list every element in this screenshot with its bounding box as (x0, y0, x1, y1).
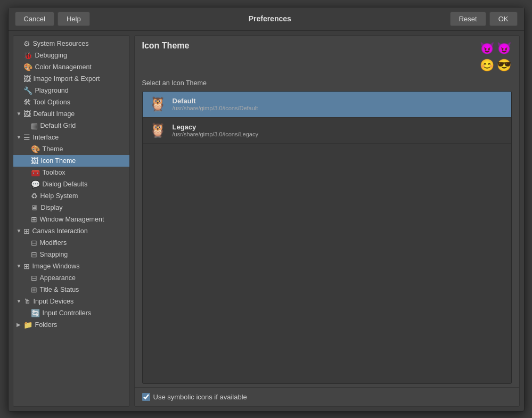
sidebar-icon-color-management: 🎨 (23, 63, 32, 71)
sidebar-item-image-import-export[interactable]: 🖼Image Import & Export (13, 73, 129, 85)
sidebar-label-default-grid: Default Grid (40, 122, 76, 129)
reset-button[interactable]: Reset (450, 12, 486, 26)
sidebar-label-snapping: Snapping (40, 251, 68, 258)
sidebar-label-window-management: Window Management (40, 216, 104, 223)
corner-icons: 😈 😈 😊 😎 (480, 41, 512, 73)
sidebar-item-appearance[interactable]: ⊟Appearance (13, 272, 129, 284)
header-right-buttons: Reset OK (450, 12, 518, 26)
expand-arrow-input-devices: ▼ (17, 298, 22, 304)
sidebar-item-debugging[interactable]: 🐞Debugging (13, 50, 129, 61)
sidebar-icon-playground: 🔧 (23, 86, 32, 95)
sidebar-item-toolbox[interactable]: 🧰Toolbox (13, 167, 129, 178)
content-body: Select an Icon Theme 🦉Default/usr/share/… (135, 76, 519, 387)
sidebar-item-display[interactable]: 🖥Display (13, 202, 129, 214)
corner-icon-4[interactable]: 😎 (497, 58, 512, 73)
content-footer: Use symbolic icons if available (135, 387, 519, 406)
sidebar-icon-appearance: ⊟ (31, 274, 37, 282)
sidebar-icon-canvas-interaction: ⊞ (23, 227, 30, 235)
sidebar-item-modifiers[interactable]: ⊟Modifiers (13, 237, 129, 249)
sidebar-item-snapping[interactable]: ⊟Snapping (13, 249, 129, 260)
theme-info-legacy: Legacy/usr/share/gimp/3.0/icons/Legacy (173, 123, 258, 137)
expand-arrow-image-windows: ▼ (17, 263, 22, 269)
sidebar-item-input-devices[interactable]: ▼🖱Input Devices (13, 296, 129, 307)
sidebar-label-default-image: Default Image (34, 110, 75, 118)
sidebar-icon-window-management: ⊞ (31, 215, 37, 224)
sidebar-label-display: Display (41, 204, 63, 211)
main-area: ⚙System Resources🐞Debugging🎨Color Manage… (9, 31, 524, 411)
content-panel: Icon Theme 😈 😈 😊 😎 Select an Icon Theme (134, 35, 520, 407)
section-label: Select an Icon Theme (142, 79, 512, 87)
sidebar-item-folders[interactable]: ▶📁Folders (13, 319, 129, 331)
sidebar-item-interface[interactable]: ▼☰Interface (13, 132, 129, 143)
sidebar-label-icon-theme: Icon Theme (41, 157, 76, 165)
content-header: Icon Theme 😈 😈 😊 😎 (135, 36, 519, 76)
sidebar-tree: ⚙System Resources🐞Debugging🎨Color Manage… (13, 35, 130, 407)
icon-row-bottom: 😊 😎 (480, 58, 512, 73)
sidebar-label-image-import-export: Image Import & Export (34, 75, 100, 83)
sidebar-label-interface: Interface (33, 134, 59, 141)
sidebar-item-color-management[interactable]: 🎨Color Management (13, 61, 129, 73)
sidebar-item-help-system[interactable]: ♻Help System (13, 190, 129, 202)
sidebar-label-tool-options: Tool Options (34, 99, 70, 106)
content-title: Icon Theme (142, 41, 190, 51)
sidebar-icon-dialog-defaults: 💬 (31, 180, 40, 188)
corner-icon-3[interactable]: 😊 (480, 58, 495, 73)
sidebar-label-dialog-defaults: Dialog Defaults (43, 181, 88, 188)
theme-name-default: Default (173, 97, 258, 105)
header-left-buttons: Cancel Help (15, 12, 90, 26)
sidebar-icon-icon-theme: 🖼 (31, 157, 38, 165)
sidebar-item-input-controllers[interactable]: 🔄Input Controllers (13, 307, 129, 319)
icon-row-top: 😈 😈 (480, 41, 512, 56)
sidebar-item-playground[interactable]: 🔧Playground (13, 85, 129, 96)
cancel-button[interactable]: Cancel (15, 12, 54, 26)
expand-arrow-folders: ▶ (17, 322, 22, 327)
theme-row-legacy[interactable]: 🦉Legacy/usr/share/gimp/3.0/icons/Legacy (143, 118, 511, 144)
sidebar-label-help-system: Help System (40, 192, 78, 200)
sidebar-label-toolbox: Toolbox (43, 169, 66, 176)
sidebar-icon-display: 🖥 (31, 203, 38, 212)
sidebar-icon-debugging: 🐞 (23, 51, 32, 60)
help-button[interactable]: Help (58, 12, 90, 26)
sidebar-label-modifiers: Modifiers (40, 239, 67, 247)
sidebar-label-system-resources: System Resources (33, 40, 89, 47)
sidebar-label-debugging: Debugging (35, 52, 67, 59)
sidebar-icon-default-grid: ▦ (31, 121, 38, 130)
symbolic-icons-checkbox[interactable] (142, 393, 150, 401)
dialog-header: Cancel Help Preferences Reset OK (9, 7, 524, 31)
sidebar-item-title-status[interactable]: ⊞Title & Status (13, 284, 129, 296)
sidebar-label-appearance: Appearance (40, 274, 76, 282)
sidebar-item-system-resources[interactable]: ⚙System Resources (13, 38, 129, 50)
sidebar-item-icon-theme[interactable]: 🖼Icon Theme (13, 155, 129, 167)
sidebar-label-input-controllers: Input Controllers (43, 309, 92, 317)
theme-info-default: Default/usr/share/gimp/3.0/icons/Default (173, 97, 258, 111)
ok-button[interactable]: OK (489, 12, 518, 26)
sidebar-icon-toolbox: 🧰 (31, 168, 40, 177)
sidebar-item-tool-options[interactable]: 🛠Tool Options (13, 96, 129, 108)
corner-icon-2[interactable]: 😈 (497, 41, 512, 56)
theme-row-default[interactable]: 🦉Default/usr/share/gimp/3.0/icons/Defaul… (143, 92, 511, 118)
sidebar-item-theme[interactable]: 🎨Theme (13, 143, 129, 155)
theme-preview-default: 🦉 (148, 95, 167, 114)
sidebar-icon-theme: 🎨 (31, 145, 40, 153)
sidebar-icon-snapping: ⊟ (31, 250, 37, 259)
sidebar-icon-interface: ☰ (23, 133, 30, 142)
sidebar-icon-title-status: ⊞ (31, 285, 37, 294)
sidebar-icon-system-resources: ⚙ (23, 39, 30, 48)
theme-path-default: /usr/share/gimp/3.0/icons/Default (173, 105, 258, 111)
sidebar-item-default-image[interactable]: ▼🖼Default Image (13, 108, 129, 120)
sidebar-icon-help-system: ♻ (31, 192, 38, 200)
sidebar-item-default-grid[interactable]: ▦Default Grid (13, 120, 129, 132)
sidebar-label-playground: Playground (35, 87, 69, 94)
sidebar-item-dialog-defaults[interactable]: 💬Dialog Defaults (13, 178, 129, 190)
theme-path-legacy: /usr/share/gimp/3.0/icons/Legacy (173, 131, 258, 137)
corner-icon-1[interactable]: 😈 (480, 41, 495, 56)
sidebar-item-window-management[interactable]: ⊞Window Management (13, 214, 129, 225)
sidebar-icon-default-image: 🖼 (23, 110, 31, 118)
sidebar-item-image-windows[interactable]: ▼⊞Image Windows (13, 260, 129, 272)
symbolic-icons-label[interactable]: Use symbolic icons if available (153, 393, 247, 401)
dialog-title: Preferences (94, 14, 446, 23)
theme-name-legacy: Legacy (173, 123, 258, 131)
preferences-dialog: Cancel Help Preferences Reset OK ⚙System… (8, 7, 525, 412)
sidebar-label-color-management: Color Management (35, 63, 92, 71)
sidebar-item-canvas-interaction[interactable]: ▼⊞Canvas Interaction (13, 225, 129, 237)
